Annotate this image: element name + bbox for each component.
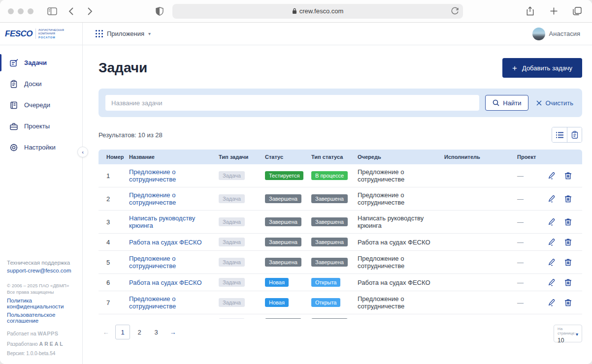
project-cell: — [512, 211, 543, 234]
sidebar-item-label: Проекты [24, 122, 50, 130]
sidebar-item-queues[interactable]: Очереди [0, 94, 82, 116]
back-icon[interactable] [64, 4, 78, 18]
delete-icon[interactable] [564, 172, 572, 180]
task-name-link[interactable]: Предложение о сотрудничестве [129, 191, 176, 206]
add-task-button[interactable]: + Добавить задачу [502, 58, 582, 78]
edit-icon[interactable] [548, 238, 556, 246]
assignee-cell [439, 187, 512, 211]
status-type-badge: Завершена [311, 318, 348, 319]
status-badge: Завершена [265, 238, 301, 246]
pagination: ← 1 2 3 → [99, 325, 180, 339]
refresh-icon[interactable] [451, 6, 459, 17]
search-input[interactable] [105, 95, 479, 111]
col-task-type: Тип задачи [214, 150, 260, 164]
delete-icon[interactable] [564, 238, 572, 246]
sidebar-collapse-button[interactable]: ‹ [77, 147, 88, 157]
projects-icon [9, 122, 18, 131]
task-name-link[interactable]: Написать руководству крюинга [129, 214, 195, 229]
new-tab-icon[interactable] [547, 4, 560, 18]
clear-button[interactable]: Очистить [534, 99, 575, 107]
status-type-badge: Завершена [311, 238, 348, 246]
page-button-1[interactable]: 1 [115, 325, 130, 339]
delete-icon[interactable] [564, 278, 572, 286]
apps-menu-label: Приложения [107, 30, 144, 37]
url-text: crew.fesco.com [299, 7, 344, 15]
delete-icon[interactable] [564, 218, 572, 226]
copyright-text: © 2006 – 2025 ПАО «ДВМП» Все права защищ… [7, 282, 75, 295]
task-name-link[interactable]: Работа на судах ФЕСКО [129, 239, 202, 246]
tasks-icon [9, 59, 18, 67]
terms-link[interactable]: Пользовательское соглашение [7, 312, 75, 324]
col-project: Проект [512, 150, 543, 164]
address-bar[interactable]: crew.fesco.com [172, 4, 463, 19]
zoom-window-icon[interactable] [28, 8, 33, 14]
search-icon [493, 99, 499, 106]
col-assignee: Исполнитель [439, 150, 512, 164]
privacy-shield-icon[interactable] [153, 4, 166, 18]
task-name-link[interactable]: Предложение о сотрудничестве [129, 295, 176, 310]
support-email-link[interactable]: support-crew@fesco.com [7, 268, 71, 273]
edit-icon[interactable] [548, 258, 556, 266]
edit-icon[interactable] [548, 218, 556, 226]
task-number: 7 [99, 291, 124, 314]
tasks-table: Номер Название Тип задачи Статус Тип ста… [99, 150, 582, 319]
search-panel: Найти Очистить [99, 89, 582, 117]
find-button[interactable]: Найти [485, 95, 528, 111]
sidebar-item-tasks[interactable]: Задачи [0, 52, 82, 73]
assignee-cell [439, 234, 512, 251]
assignee-cell [439, 251, 512, 274]
user-menu[interactable]: Анастасия [532, 28, 580, 40]
minimize-window-icon[interactable] [18, 8, 24, 14]
queue-cell: Предложение о сотрудничестве [353, 251, 439, 274]
next-page-button[interactable]: → [165, 325, 180, 339]
task-name-link[interactable]: Предложение о сотрудничестве [129, 255, 176, 270]
edit-icon[interactable] [548, 172, 556, 180]
wapps-logo: WAPPS [37, 331, 58, 336]
privacy-policy-link[interactable]: Политика конфиденциальности [7, 298, 75, 309]
page-button-2[interactable]: 2 [132, 325, 147, 339]
list-view-button[interactable] [552, 127, 567, 142]
project-cell: — [512, 251, 543, 274]
share-icon[interactable] [523, 4, 537, 18]
chevron-down-icon: ▾ [148, 31, 151, 36]
project-cell: — [512, 274, 543, 291]
delete-icon[interactable] [564, 299, 572, 306]
window-controls[interactable] [8, 8, 33, 14]
prev-page-button[interactable]: ← [99, 325, 113, 339]
list-view-icon [556, 132, 563, 138]
version-text: Версия: 1.0.0-beta.54 [7, 351, 75, 356]
delete-icon[interactable] [564, 258, 572, 266]
task-number: 1 [99, 164, 124, 187]
per-page-select[interactable]: На странице: 10 ▾ [554, 325, 582, 342]
task-name-link[interactable]: Предложение о сотрудничестве [129, 168, 176, 183]
status-type-badge: В процессе [311, 171, 348, 180]
sidebar-item-label: Задачи [24, 59, 47, 66]
sidebar-item-boards[interactable]: Доски [0, 73, 82, 94]
sidebar-item-projects[interactable]: Проекты [0, 116, 82, 137]
edit-icon[interactable] [548, 278, 556, 286]
page-button-3[interactable]: 3 [149, 325, 164, 339]
fesco-logo[interactable]: FESCO ЛОГИСТИЧЕСКАЯ КОМПАНИЯ РОСАТОМ [0, 23, 82, 45]
task-type-badge: Задача [219, 318, 245, 319]
sidebar-item-settings[interactable]: Настройки [0, 137, 82, 158]
browser-toolbar: crew.fesco.com [0, 0, 592, 23]
col-number: Номер [99, 150, 124, 164]
queue-cell: Предложение о сотрудничестве [353, 164, 439, 187]
edit-icon[interactable] [548, 195, 556, 203]
table-row: 4 Работа на судах ФЕСКО Задача Завершена… [99, 234, 582, 251]
forward-icon[interactable] [83, 4, 97, 18]
tab-overview-icon[interactable] [570, 4, 584, 18]
board-view-button[interactable] [567, 127, 582, 142]
table-row: 6 Работа на судах ФЕСКО Задача Новая Отк… [99, 274, 582, 291]
queue-cell: Иное [353, 314, 439, 319]
col-status-type: Тип статуса [306, 150, 353, 164]
sidebar-toggle-icon[interactable] [45, 4, 59, 18]
task-name-link[interactable]: Работа на судах ФЕСКО [129, 279, 202, 286]
delete-icon[interactable] [564, 195, 572, 203]
apps-menu-button[interactable]: Приложения ▾ [96, 30, 151, 37]
project-cell: — [512, 291, 543, 314]
edit-icon[interactable] [548, 299, 556, 306]
task-type-badge: Задача [219, 194, 245, 203]
close-window-icon[interactable] [8, 8, 14, 14]
browser-window: crew.fesco.com FESCO ЛОГИС [0, 0, 592, 364]
